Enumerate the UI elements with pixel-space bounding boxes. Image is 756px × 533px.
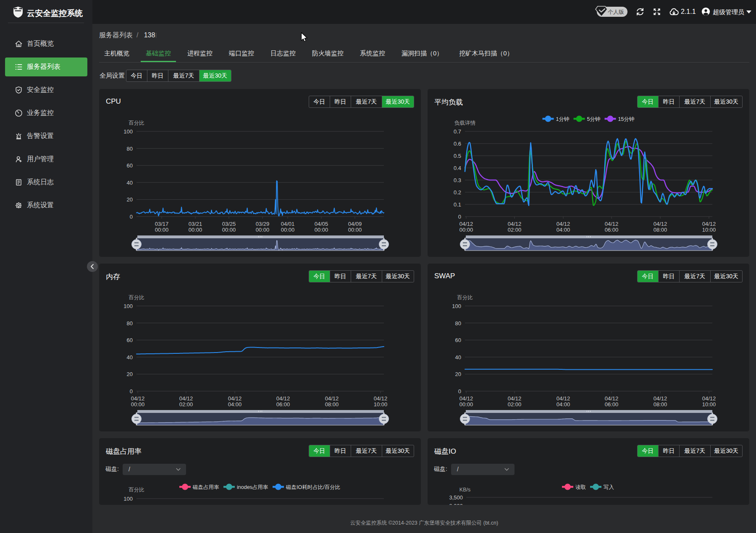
svg-text:04/12: 04/12	[508, 221, 522, 227]
svg-text:读取: 读取	[575, 484, 586, 490]
svg-text:20: 20	[455, 371, 461, 377]
svg-text:08:00: 08:00	[654, 227, 667, 233]
svg-text:08:00: 08:00	[654, 401, 667, 408]
svg-text:0: 0	[130, 388, 133, 395]
svg-text:磁盘占用率: 磁盘占用率	[192, 484, 219, 490]
svg-text:80: 80	[127, 320, 133, 327]
svg-text:KB/s: KB/s	[459, 487, 470, 493]
svg-text:04/12: 04/12	[605, 395, 619, 402]
svg-text:00:00: 00:00	[222, 227, 236, 233]
svg-text:20: 20	[127, 371, 133, 377]
svg-text:40: 40	[127, 180, 133, 186]
svg-text:百分比: 百分比	[129, 487, 144, 493]
svg-text:03/17: 03/17	[155, 221, 169, 227]
svg-text:100: 100	[452, 303, 461, 309]
svg-text:04/12: 04/12	[556, 221, 570, 227]
svg-text:0: 0	[130, 214, 133, 220]
svg-text:04/12: 04/12	[508, 395, 522, 402]
svg-text:0.6: 0.6	[454, 141, 461, 147]
svg-text:03/29: 03/29	[256, 221, 270, 227]
svg-text:00:00: 00:00	[459, 401, 473, 408]
svg-text:1分钟: 1分钟	[556, 116, 570, 122]
svg-text:00:00: 00:00	[348, 227, 362, 233]
svg-text:00:00: 00:00	[131, 401, 145, 408]
svg-text:10:00: 10:00	[702, 227, 716, 233]
svg-text:04:00: 04:00	[228, 401, 242, 408]
svg-text:60: 60	[127, 162, 133, 169]
svg-text:3,500: 3,500	[449, 494, 463, 501]
svg-text:04/12: 04/12	[605, 221, 619, 227]
svg-text:负载详情: 负载详情	[454, 120, 476, 126]
svg-text:02:00: 02:00	[179, 401, 193, 408]
svg-text:04/12: 04/12	[459, 221, 473, 227]
svg-text:04/12: 04/12	[374, 395, 388, 402]
svg-text:5分钟: 5分钟	[587, 116, 601, 122]
svg-text:100: 100	[123, 303, 133, 309]
svg-text:0.1: 0.1	[454, 201, 461, 208]
svg-text:04/01: 04/01	[281, 221, 295, 227]
svg-text:百分比: 百分比	[129, 120, 144, 126]
svg-text:04/12: 04/12	[556, 395, 570, 402]
svg-text:04/05: 04/05	[315, 221, 328, 227]
svg-text:00:00: 00:00	[459, 227, 473, 233]
svg-text:20: 20	[127, 196, 133, 203]
svg-text:0.2: 0.2	[454, 189, 461, 196]
svg-text:00:00: 00:00	[315, 227, 328, 233]
svg-text:15分钟: 15分钟	[618, 116, 635, 122]
svg-text:00:00: 00:00	[155, 227, 169, 233]
svg-text:inodes占用率: inodes占用率	[237, 484, 268, 490]
svg-text:0: 0	[458, 214, 461, 220]
svg-text:0.7: 0.7	[454, 128, 461, 135]
svg-text:04/12: 04/12	[654, 221, 667, 227]
svg-text:04/12: 04/12	[459, 395, 473, 402]
svg-text:100: 100	[123, 496, 133, 502]
svg-text:02:00: 02:00	[508, 227, 522, 233]
svg-text:04/12: 04/12	[325, 395, 339, 402]
svg-text:06:00: 06:00	[605, 401, 619, 408]
svg-text:00:00: 00:00	[256, 227, 270, 233]
svg-text:04/12: 04/12	[702, 395, 716, 402]
svg-text:3,000: 3,000	[449, 503, 463, 505]
svg-text:0: 0	[458, 388, 461, 395]
svg-text:08:00: 08:00	[325, 401, 339, 408]
svg-text:04/12: 04/12	[228, 395, 242, 402]
svg-text:10:00: 10:00	[374, 401, 388, 408]
svg-text:100: 100	[123, 128, 133, 135]
svg-text:04/12: 04/12	[276, 395, 290, 402]
svg-text:04:00: 04:00	[556, 401, 570, 408]
svg-text:百分比: 百分比	[129, 295, 144, 300]
svg-text:0.3: 0.3	[454, 177, 461, 183]
svg-text:60: 60	[127, 337, 133, 343]
svg-text:磁盘IO耗时占比/百分比: 磁盘IO耗时占比/百分比	[286, 484, 340, 490]
svg-text:04/12: 04/12	[179, 395, 193, 402]
svg-text:02:00: 02:00	[508, 401, 522, 408]
svg-text:百分比: 百分比	[457, 295, 473, 300]
svg-text:04/12: 04/12	[131, 395, 145, 402]
svg-text:04/09: 04/09	[348, 221, 362, 227]
svg-text:40: 40	[455, 354, 461, 361]
svg-text:60: 60	[455, 337, 461, 343]
svg-text:0.4: 0.4	[454, 165, 461, 171]
svg-text:80: 80	[127, 146, 133, 152]
svg-text:写入: 写入	[604, 484, 614, 490]
svg-text:0.5: 0.5	[454, 153, 461, 159]
svg-text:00:00: 00:00	[281, 227, 295, 233]
svg-text:40: 40	[127, 354, 133, 361]
svg-text:80: 80	[455, 320, 461, 327]
svg-text:04/12: 04/12	[654, 395, 667, 402]
svg-text:03/21: 03/21	[189, 221, 202, 227]
svg-text:00:00: 00:00	[189, 227, 202, 233]
svg-text:03/25: 03/25	[222, 221, 236, 227]
svg-text:10:00: 10:00	[702, 401, 716, 408]
svg-text:04/12: 04/12	[702, 221, 716, 227]
svg-text:06:00: 06:00	[605, 227, 619, 233]
svg-text:06:00: 06:00	[276, 401, 290, 408]
svg-text:04:00: 04:00	[556, 227, 570, 233]
